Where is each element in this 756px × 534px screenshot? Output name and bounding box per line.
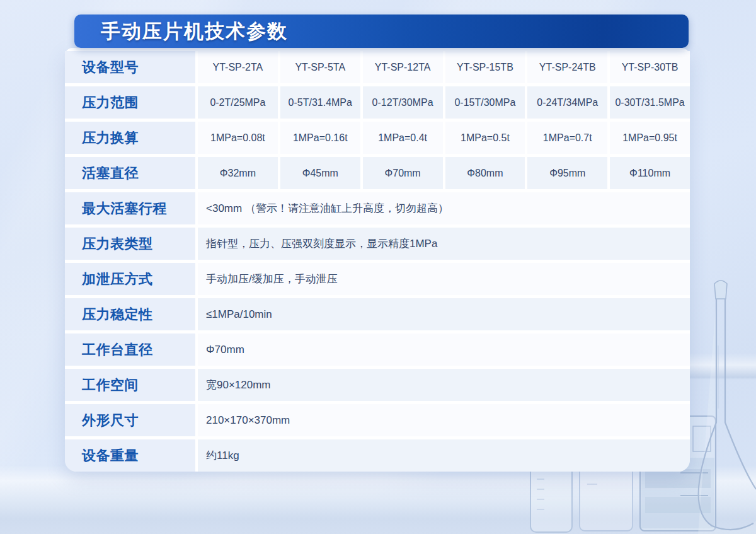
spec-value-span: 手动加压/缓加压，手动泄压 — [198, 263, 690, 295]
spec-value-span: Φ70mm — [198, 334, 690, 366]
spec-value-cell: 1MPa=0.4t — [363, 122, 443, 154]
spec-value-cell: YT-SP-12TA — [363, 51, 443, 83]
row-label-max-piston-stroke: 最大活塞行程 — [65, 192, 195, 224]
spec-value-cell: 1MPa=0.5t — [445, 122, 525, 154]
row-label-dimensions: 外形尺寸 — [65, 404, 195, 436]
spec-value-span: 210×170×370mm — [198, 404, 690, 436]
page-title: 手动压片机技术参数 — [101, 18, 288, 45]
spec-value-cell: Φ70mm — [363, 157, 443, 189]
spec-value-span: 约11kg — [198, 439, 690, 472]
spec-value-cell: YT-SP-2TA — [198, 51, 278, 83]
spec-value-cell: Φ80mm — [445, 157, 525, 189]
row-label-working-space: 工作空间 — [65, 369, 195, 401]
spec-value-cell: YT-SP-5TA — [280, 51, 360, 83]
spec-value-cell: 1MPa=0.08t — [198, 122, 278, 154]
spec-value-span: 指针型，压力、压强双刻度显示，显示精度1MPa — [198, 228, 690, 260]
spec-value-cell: Φ110mm — [610, 157, 690, 189]
row-label-weight: 设备重量 — [65, 439, 195, 472]
spec-value-cell: 0-24T/34MPa — [527, 86, 607, 119]
row-label-pressure-stability: 压力稳定性 — [65, 298, 195, 330]
spec-value-span: 宽90×120mm — [198, 369, 690, 401]
spec-value-cell: Φ95mm — [527, 157, 607, 189]
square-bottle-icon — [530, 467, 572, 532]
spec-value-cell: 1MPa=0.95t — [610, 122, 690, 154]
spec-table: 设备型号 YT-SP-2TA YT-SP-5TA YT-SP-12TA YT-S… — [65, 51, 690, 472]
spec-value-cell: 0-2T/25MPa — [198, 86, 278, 119]
spec-value-cell: YT-SP-30TB — [610, 51, 690, 83]
spec-table-card: 设备型号 YT-SP-2TA YT-SP-5TA YT-SP-12TA YT-S… — [65, 48, 690, 472]
spec-value-span: <30mm （警示！请注意油缸上升高度，切勿超高） — [198, 192, 690, 224]
spec-value-cell: 0-30T/31.5MPa — [610, 86, 690, 119]
spec-value-cell: Φ32mm — [198, 157, 278, 189]
spec-value-cell: 1MPa=0.7t — [527, 122, 607, 154]
row-label-worktable-diameter: 工作台直径 — [65, 334, 195, 366]
row-label-model: 设备型号 — [65, 51, 195, 83]
section-banner: 手动压片机技术参数 — [74, 15, 689, 48]
spec-value-cell: 0-12T/30MPa — [363, 86, 443, 119]
spec-value-cell: YT-SP-15TB — [445, 51, 525, 83]
spec-value-cell: 0-5T/31.4MPa — [280, 86, 360, 119]
row-label-piston-diameter: 活塞直径 — [65, 157, 195, 189]
spec-value-span: ≤1MPa/10min — [198, 298, 690, 330]
spec-value-cell: 1MPa=0.16t — [280, 122, 360, 154]
row-label-gauge-type: 压力表类型 — [65, 228, 195, 260]
row-label-pressure-range: 压力范围 — [65, 86, 195, 119]
spec-value-cell: 0-15T/30MPa — [445, 86, 525, 119]
spec-value-cell: Φ45mm — [280, 157, 360, 189]
row-label-pressurize-method: 加泄压方式 — [65, 263, 195, 295]
spec-value-cell: YT-SP-24TB — [527, 51, 607, 83]
row-label-pressure-conversion: 压力换算 — [65, 122, 195, 154]
